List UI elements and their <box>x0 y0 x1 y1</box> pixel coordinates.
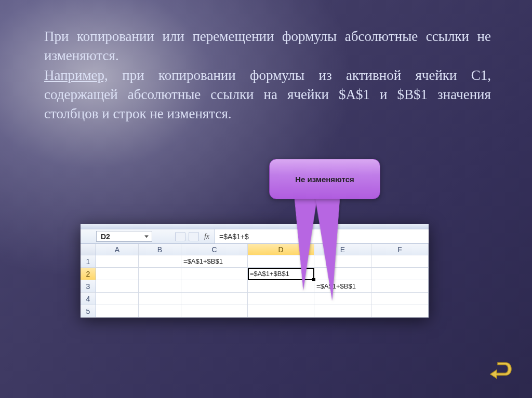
col-header-B[interactable]: B <box>139 244 181 255</box>
cell-C2[interactable] <box>181 268 248 280</box>
excel-grid: A B C D E F 1 =$A$1+$B$1 2 =$A$1+$B$1 3 … <box>81 244 429 318</box>
cell-B4[interactable] <box>139 293 181 305</box>
row-header-1[interactable]: 1 <box>81 255 96 268</box>
text-underlined: Например, <box>44 67 108 83</box>
cell-F3[interactable] <box>371 280 429 293</box>
cell-E5[interactable] <box>314 305 371 318</box>
cell-F5[interactable] <box>371 305 429 318</box>
fx-icon[interactable]: fx <box>202 232 211 241</box>
formula-bar-value: =$A$1+$ <box>219 232 249 241</box>
cell-B5[interactable] <box>139 305 181 318</box>
cell-A3[interactable] <box>96 280 139 293</box>
excel-formula-row: D2 fx =$A$1+$ <box>81 229 429 244</box>
cell-A5[interactable] <box>96 305 139 318</box>
row-header-4[interactable]: 4 <box>81 293 96 305</box>
text-line-1: При копировании или перемещении формулы … <box>44 29 491 63</box>
cell-A2[interactable] <box>96 268 139 280</box>
name-box[interactable]: D2 <box>96 231 152 242</box>
cell-C4[interactable] <box>181 293 248 305</box>
col-header-C[interactable]: C <box>181 244 248 255</box>
row-header-5[interactable]: 5 <box>81 305 96 318</box>
excel-window: D2 fx =$A$1+$ A B C D E F 1 =$A$1+$B$1 2 <box>81 224 429 318</box>
cancel-formula-icon[interactable] <box>175 232 185 241</box>
excel-ribbon-strip <box>81 224 429 229</box>
slide-body-text: При копировании или перемещении формулы … <box>44 27 491 123</box>
col-header-A[interactable]: A <box>96 244 139 255</box>
col-header-F[interactable]: F <box>371 244 429 255</box>
cell-B2[interactable] <box>139 268 181 280</box>
enter-formula-icon[interactable] <box>189 232 199 241</box>
cell-C5[interactable] <box>181 305 248 318</box>
text-line-2-rest: при копировании формулы из активной ячей… <box>44 67 491 122</box>
cell-A4[interactable] <box>96 293 139 305</box>
u-turn-arrow-icon <box>488 358 513 382</box>
formula-buttons: fx <box>152 229 215 243</box>
name-box-value: D2 <box>101 232 110 241</box>
callout-text: Не изменяются <box>295 175 354 184</box>
back-arrow-button[interactable] <box>488 358 513 382</box>
cell-B3[interactable] <box>139 280 181 293</box>
cell-C1[interactable]: =$A$1+$B$1 <box>181 255 248 268</box>
row-header-2[interactable]: 2 <box>81 268 96 280</box>
cell-A1[interactable] <box>96 255 139 268</box>
cell-B1[interactable] <box>139 255 181 268</box>
callout-tail <box>315 197 344 301</box>
callout-bubble: Не изменяются <box>269 159 380 199</box>
cell-C3[interactable] <box>181 280 248 293</box>
select-all-corner[interactable] <box>81 244 96 255</box>
cell-F4[interactable] <box>371 293 429 305</box>
row-header-3[interactable]: 3 <box>81 280 96 293</box>
cell-D5[interactable] <box>248 305 314 318</box>
cell-F2[interactable] <box>371 268 429 280</box>
cell-F1[interactable] <box>371 255 429 268</box>
cell-D4[interactable] <box>248 293 314 305</box>
